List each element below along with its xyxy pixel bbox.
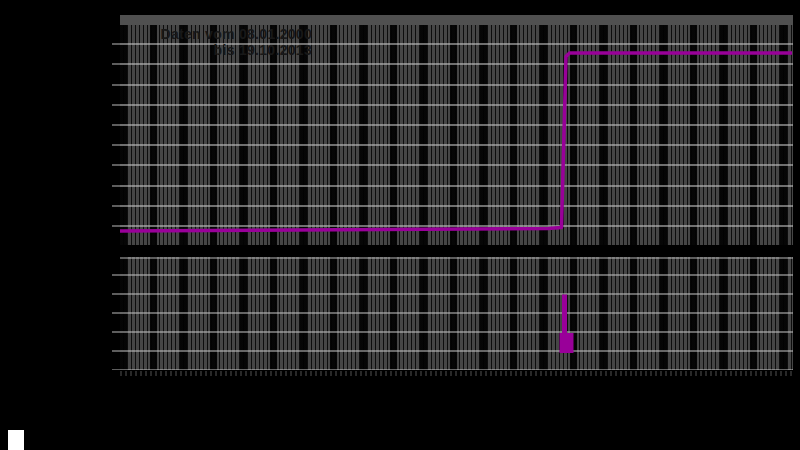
plot-top-solid-band — [120, 15, 793, 25]
chart-title-line1: Daten vom 08.01.2000 — [120, 26, 312, 42]
y-axis-ticks-top — [112, 25, 120, 245]
chart-title-line2: bis 19.10.2013 — [120, 42, 312, 58]
plot-area-top — [120, 25, 793, 245]
chart-canvas: Daten vom 08.01.2000 bis 19.10.2013 — [0, 0, 800, 450]
plot-area-bottom — [120, 257, 793, 370]
y-axis-ticks-bottom — [112, 257, 120, 370]
chart-title: Daten vom 08.01.2000 bis 19.10.2013 — [120, 26, 312, 58]
horizontal-gridlines-bottom — [120, 257, 793, 370]
x-axis-ticks — [120, 371, 793, 376]
white-square-marker — [8, 430, 24, 450]
horizontal-gridlines-top — [120, 25, 793, 245]
